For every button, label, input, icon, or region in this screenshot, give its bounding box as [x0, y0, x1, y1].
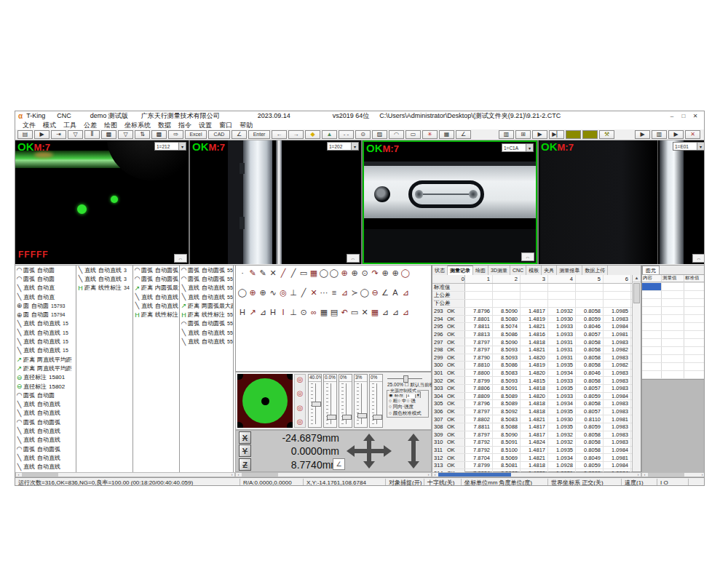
ring-light-indicator[interactable] — [237, 374, 293, 428]
table-row[interactable]: 309OK7.87978.50901.48171.09320.80581.098… — [432, 431, 633, 439]
tool-icon[interactable]: I — [278, 308, 288, 317]
table-row[interactable]: 302OK7.87998.50931.48151.09330.80581.098… — [432, 377, 633, 385]
axis-y-button[interactable]: Y — [239, 445, 251, 457]
scroll-up-icon[interactable]: ▲ — [633, 275, 641, 282]
light-slider-2[interactable]: 0.0% — [323, 374, 337, 428]
element-row[interactable] — [642, 355, 705, 363]
tool-icon[interactable]: ⊕ — [248, 288, 258, 298]
list-item[interactable]: ╲直线自动直线66 — [133, 292, 179, 301]
slider-thumb[interactable] — [327, 415, 336, 420]
tool-icon[interactable]: ⊥ — [288, 308, 298, 317]
camera-resize-icon[interactable]: ⇔ — [692, 254, 705, 263]
list-item[interactable]: ⊕圆自动圆15793 — [15, 301, 76, 310]
probe-button[interactable]: ▽ — [68, 130, 83, 139]
tool-icon[interactable]: ▦ — [319, 308, 329, 317]
arc-tool-button[interactable]: ◠ — [389, 130, 404, 139]
scroll-left-icon[interactable]: ‹ — [432, 473, 438, 477]
tool-icon[interactable]: ╱ — [288, 268, 298, 278]
camera-channel-dropdown[interactable]: 1=E01▾ — [673, 142, 705, 151]
pause-button[interactable]: ▮▮ — [582, 130, 598, 139]
element-row[interactable] — [642, 331, 705, 339]
close-button[interactable]: ✕ — [689, 112, 701, 120]
table-row[interactable]: 294OK7.88018.50801.48191.09300.80591.098… — [432, 316, 633, 324]
play-button[interactable]: ▶ — [532, 130, 547, 139]
scroll-thumb[interactable] — [22, 473, 58, 477]
tab-CNC[interactable]: CNC — [510, 266, 526, 275]
list-item[interactable]: ╲直线自动直线15 — [15, 337, 76, 346]
list-item[interactable]: ╲直线自动直线15 — [15, 328, 76, 337]
list-item[interactable]: ⊕圆自动圆15794 — [15, 310, 76, 319]
jog-y-arrows[interactable] — [363, 434, 375, 469]
angle-jog-button[interactable]: ∠ — [333, 458, 345, 470]
element-panel-tab[interactable]: 图元 — [642, 266, 660, 274]
menu-item-3[interactable]: 公差 — [84, 121, 97, 130]
chart-button[interactable]: ∠ — [456, 130, 471, 139]
element-row[interactable] — [642, 291, 705, 299]
open-secondary-button[interactable]: ▶ — [668, 130, 684, 139]
tool-icon[interactable]: ▭ — [349, 308, 360, 317]
light-bulb-button[interactable]: ◆ — [305, 130, 320, 139]
list-item[interactable]: ↗距离两直线平均距 — [15, 355, 76, 364]
element-row[interactable] — [642, 307, 705, 315]
updown-button[interactable]: ⇅ — [135, 130, 150, 139]
light-segment-button[interactable]: ◎ — [297, 418, 304, 426]
list-item[interactable]: ╲直线自动直线 — [15, 436, 76, 445]
tool-icon[interactable]: ↶ — [339, 308, 349, 317]
stop-button[interactable]: ■ — [566, 130, 581, 139]
table-row[interactable]: 311OK7.87928.51001.48171.09350.80581.098… — [432, 447, 633, 455]
light-segment-button[interactable]: ◎ — [297, 404, 304, 412]
back-button[interactable]: ← — [272, 130, 287, 139]
light-slider-4[interactable]: 3% — [354, 374, 368, 428]
list-item[interactable]: ◠圆弧自动圆弧66 — [133, 266, 179, 274]
maximize-button[interactable]: □ — [678, 112, 689, 120]
camera-resize-icon[interactable]: ⇔ — [521, 252, 534, 261]
tool-icon[interactable]: ⊿ — [400, 288, 411, 298]
menu-item-0[interactable]: 文件 — [23, 121, 36, 130]
axis-x-button[interactable]: X — [239, 431, 251, 444]
tool-icon[interactable]: ╱ — [298, 288, 309, 298]
element-row[interactable] — [642, 315, 705, 323]
table-row[interactable]: 295OK7.88118.50741.48211.09330.80461.098… — [432, 323, 633, 331]
grid-button[interactable]: ▦ — [439, 130, 454, 139]
table-row[interactable]: 303OK7.88068.50911.48181.09350.80571.098… — [432, 385, 633, 393]
tab-数据上传[interactable]: 数据上传 — [582, 266, 608, 275]
list-item[interactable]: ◠圆弧自动圆弧 — [15, 445, 76, 453]
list-item[interactable]: ╲直线自动直 — [15, 292, 76, 301]
step-right-button[interactable]: ⇨ — [168, 130, 183, 139]
scroll-right-icon[interactable]: › — [426, 473, 431, 477]
tool-icon[interactable]: ✎ — [258, 268, 268, 278]
run-button[interactable]: ⚒ — [599, 130, 614, 139]
menu-item-9[interactable]: 窗口 — [219, 121, 232, 130]
scroll-left-icon[interactable]: ‹ — [236, 473, 241, 477]
tool-icon[interactable]: ≻ — [349, 288, 360, 298]
slider-thumb[interactable] — [342, 415, 352, 420]
dash-button[interactable]: - - — [339, 130, 354, 139]
scroll-right-icon[interactable]: › — [636, 473, 641, 477]
tool-icon[interactable]: ⊥ — [288, 288, 298, 298]
camera-channel-dropdown[interactable]: 1=212▾ — [154, 142, 186, 151]
tool-icon[interactable]: ⊖ — [370, 288, 380, 298]
table-row[interactable]: 298OK7.87978.50931.48211.09310.80581.098… — [432, 346, 633, 354]
tab-测量报单[interactable]: 测量报单 — [557, 266, 582, 275]
tool-icon[interactable]: ✕ — [268, 268, 278, 278]
list-item[interactable]: ╲直线自动直线55 — [133, 301, 179, 310]
list-item[interactable]: ◠圆弧自动圆弧55 — [133, 274, 179, 283]
tool-icon[interactable]: ⊕ — [339, 268, 349, 278]
tool-icon[interactable]: ◯ — [329, 268, 339, 278]
element-row[interactable] — [642, 371, 705, 379]
tool-icon[interactable]: ▦ — [309, 268, 319, 278]
menu-item-7[interactable]: 指令 — [178, 121, 191, 130]
table-row[interactable]: 310OK7.87928.50911.48241.09320.80581.098… — [432, 439, 633, 447]
list-item[interactable]: ╲直线自动直线 — [15, 453, 76, 462]
tool-icon[interactable]: ▦ — [370, 308, 380, 317]
scroll-left-icon[interactable]: ‹ — [642, 473, 647, 477]
list-item[interactable]: H距离线性标注66 — [133, 310, 179, 319]
tab-状态[interactable]: 状态 — [432, 266, 448, 275]
tool-icon[interactable]: ✎ — [248, 268, 258, 278]
slider-thumb[interactable] — [312, 402, 321, 407]
table-row[interactable]: 304OK7.88098.50891.48201.09330.80591.098… — [432, 393, 633, 401]
tool-icon[interactable]: ⊙ — [360, 268, 370, 278]
terrain-button[interactable]: ▲ — [322, 130, 337, 139]
tool-icon[interactable]: ⊕ — [258, 288, 268, 298]
table-row[interactable]: 293OK7.87968.50901.48171.09320.80581.098… — [432, 308, 633, 316]
